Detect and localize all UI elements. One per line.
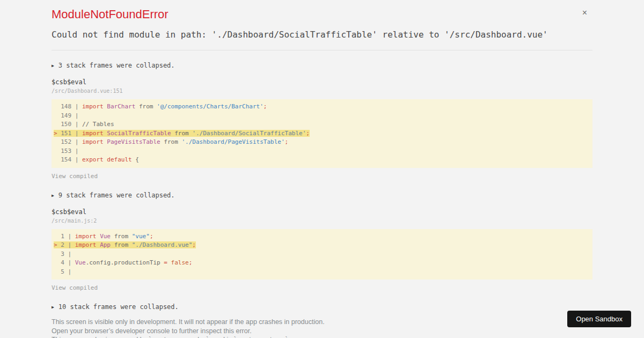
code-line: 148 | import BarChart from '@/components…: [52, 102, 592, 112]
collapsed-frames-toggle-2[interactable]: ▶9 stack frames were collapsed.: [52, 192, 592, 199]
code-block: 1 | import Vue from "vue";> 2 | import A…: [52, 229, 592, 280]
code-line: 4 | Vue.config.productionTip = false;: [52, 259, 592, 268]
code-line: 154 | export default {: [52, 156, 592, 165]
code-line: > 2 | import App from "./Dashboard.vue";: [52, 241, 592, 250]
code-line: 149 |: [52, 112, 592, 121]
frame-function-name: $csb$eval: [52, 208, 592, 216]
view-compiled-link[interactable]: View compiled: [52, 173, 98, 180]
error-message: Could not find module in path: './Dashbo…: [52, 30, 592, 40]
frame-function-name: $csb$eval: [52, 78, 592, 86]
collapsed-frames-label: 3 stack frames were collapsed.: [58, 62, 175, 69]
code-line: 3 |: [52, 250, 592, 259]
collapsed-frames-toggle-1[interactable]: ▶3 stack frames were collapsed.: [52, 62, 592, 69]
expand-arrow-icon: ▶: [52, 193, 54, 198]
collapsed-frames-toggle-3[interactable]: ▶10 stack frames were collapsed.: [52, 303, 592, 311]
footer-notes: This screen is visible only in developme…: [52, 318, 592, 338]
stack-frame-2: $csb$eval /src/main.js:2 1 | import Vue …: [52, 208, 592, 292]
expand-arrow-icon: ▶: [52, 63, 54, 68]
code-line: 152 | import PageVisitsTable from './Das…: [52, 138, 592, 147]
error-title: ModuleNotFoundError: [52, 8, 592, 21]
collapsed-frames-label: 10 stack frames were collapsed.: [58, 303, 179, 311]
code-line: 1 | import Vue from "vue";: [52, 232, 592, 241]
code-line: 153 |: [52, 147, 592, 156]
footer-line: This screen is visible only in developme…: [52, 318, 592, 327]
collapsed-frames-label: 9 stack frames were collapsed.: [58, 192, 175, 199]
code-line: 150 | // Tables: [52, 120, 592, 129]
expand-arrow-icon: ▶: [52, 305, 54, 310]
open-sandbox-button[interactable]: Open Sandbox: [567, 311, 631, 327]
stack-frame-1: $csb$eval /src/Dashboard.vue:151 148 | i…: [52, 78, 592, 180]
view-compiled-link[interactable]: View compiled: [52, 284, 98, 292]
footer-line: This error overlay is powered by `react-…: [52, 335, 592, 338]
error-overlay: ModuleNotFoundError × Could not find mod…: [0, 0, 644, 338]
close-icon[interactable]: ×: [582, 9, 587, 17]
divider: [52, 50, 592, 50]
footer-line: Open your browser’s developer console to…: [52, 327, 592, 336]
code-block: 148 | import BarChart from '@/components…: [52, 99, 592, 168]
code-line: > 151 | import SocialTrafficTable from '…: [52, 129, 592, 138]
code-line: 5 |: [52, 268, 592, 277]
frame-file-location: /src/Dashboard.vue:151: [52, 88, 592, 94]
frame-file-location: /src/main.js:2: [52, 218, 592, 224]
